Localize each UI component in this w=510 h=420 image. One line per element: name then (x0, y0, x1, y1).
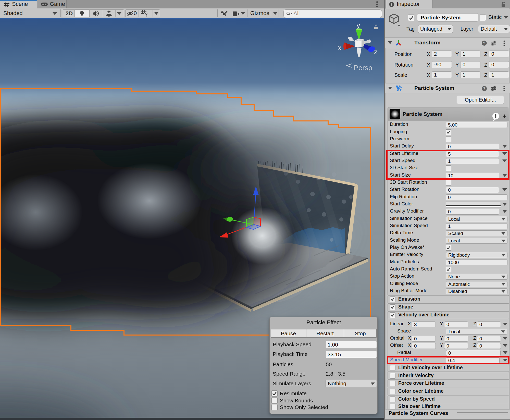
svg-text:y: y (357, 22, 360, 29)
svg-text:z: z (374, 48, 377, 56)
svg-text:Persp: Persp (354, 64, 372, 72)
svg-text:?: ? (483, 41, 485, 45)
svg-text:x: x (338, 44, 341, 52)
svg-text:?: ? (483, 86, 485, 91)
